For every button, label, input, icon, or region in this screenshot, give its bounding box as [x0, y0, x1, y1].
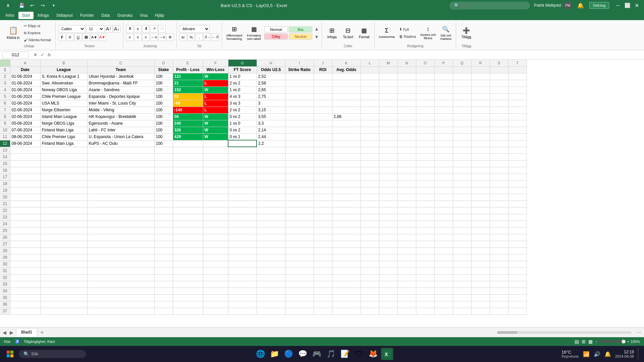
cell-a4[interactable]: 01-06-2024 — [10, 86, 40, 93]
taskbar-clock[interactable]: 12:19 2024-06-08 — [615, 350, 634, 358]
zoom-in-icon[interactable]: + — [627, 340, 629, 344]
menu-start[interactable]: Start — [18, 12, 34, 19]
taskbar-battery-icon[interactable]: 🔔 — [604, 351, 611, 357]
cell-d3[interactable]: 100 — [154, 80, 173, 86]
header-u[interactable] — [508, 66, 527, 73]
paste-button[interactable]: 📋 Klistra in — [5, 23, 21, 43]
zoom-out-icon[interactable]: − — [595, 340, 597, 344]
cell-a9[interactable]: 05-06-2024 — [10, 120, 40, 127]
minimize-button[interactable]: ─ — [613, 1, 623, 10]
row-num-1[interactable]: 1 — [0, 66, 10, 73]
col-header-D[interactable]: D — [154, 60, 173, 66]
col-header-J[interactable]: J — [314, 60, 332, 66]
grid-scroll-area[interactable]: A B C D E F G H I J K L M N O P Q — [0, 60, 644, 327]
cut-button[interactable]: ✂ Klipp ut — [22, 22, 53, 29]
cell-c4[interactable]: Asane - Sandnes — [87, 86, 154, 93]
align-bottom-button[interactable]: ⬇ — [142, 25, 150, 33]
taskbar-browser2-icon[interactable]: 🦊 — [367, 348, 379, 360]
cell-a6[interactable]: 02-06-2024 — [10, 100, 40, 107]
formula-input[interactable] — [55, 52, 642, 58]
menu-visa[interactable]: Visa — [137, 12, 151, 19]
cell-g5[interactable]: 4 vs 3 — [228, 93, 257, 100]
add-sheet-button[interactable]: + — [37, 328, 47, 337]
header-winloss[interactable]: Win-Loss — [203, 66, 228, 73]
header-p[interactable] — [416, 66, 434, 73]
cell-h3[interactable]: 2,58 — [257, 80, 285, 86]
cell-e4[interactable]: 152 — [173, 86, 203, 93]
number-format-select[interactable]: Allmänt — [179, 25, 210, 33]
cell-f12[interactable] — [203, 140, 228, 147]
cell-g4[interactable]: 1 vs 0 — [228, 86, 257, 93]
cell-f2[interactable]: W — [203, 73, 228, 80]
cell-f9[interactable]: W — [203, 120, 228, 127]
cell-c7[interactable]: Molde - Viking — [87, 107, 154, 113]
cell-n2[interactable] — [397, 73, 416, 80]
header-strike[interactable]: Strike Ratio — [285, 66, 314, 73]
cell-j2[interactable] — [314, 73, 332, 80]
undo-quick-btn[interactable]: ↩ — [28, 1, 37, 10]
row-num-8[interactable]: 8 — [0, 113, 10, 120]
restore-button[interactable]: ⬜ — [623, 1, 632, 10]
taskbar-edge-icon[interactable]: 🌐 — [254, 348, 266, 360]
header-date[interactable]: Date — [10, 66, 40, 73]
taskbar-teams-icon[interactable]: 💬 — [297, 348, 309, 360]
col-header-E[interactable]: E — [173, 60, 203, 66]
cell-d11[interactable]: 100 — [154, 133, 173, 140]
cell-d4[interactable]: 100 — [154, 86, 173, 93]
taskbar-files-icon[interactable]: 📁 — [268, 348, 280, 360]
cell-g6[interactable]: 3 vs 3 — [228, 100, 257, 107]
cell-c12[interactable]: KuPS - AC Oulu — [87, 140, 154, 147]
cell-h7[interactable]: 3,15 — [257, 107, 285, 113]
search-bar[interactable]: 🔍 — [449, 2, 530, 9]
cell-c2[interactable]: Ulsan Hyundai - Jeonbuk — [87, 73, 154, 80]
cell-j8[interactable] — [314, 113, 332, 120]
cell-a2[interactable]: 01-06-2024 — [10, 73, 40, 80]
formula-cancel-icon[interactable]: ✕ — [32, 52, 39, 58]
insert-cell-button[interactable]: ⊞ Infoga — [325, 23, 339, 43]
header-stake[interactable]: Stake — [154, 66, 173, 73]
search-input[interactable] — [462, 3, 522, 8]
header-q[interactable] — [434, 66, 453, 73]
cell-e11[interactable]: 429 — [173, 133, 203, 140]
cell-g7[interactable]: 2 vs 2 — [228, 107, 257, 113]
style-bra-button[interactable]: Bra — [289, 26, 312, 33]
cell-b9[interactable]: Norge OBOS Liga — [40, 120, 87, 127]
font-size-select[interactable]: 11 — [86, 25, 104, 33]
styles-scroll-arrow[interactable]: ▲ ▼ — [314, 26, 319, 40]
cell-a3[interactable]: 01-06-2024 — [10, 80, 40, 86]
cell-i3[interactable] — [285, 80, 314, 86]
menu-hjalp[interactable]: Hjälp — [152, 12, 167, 19]
cell-h2[interactable]: 2,52 — [257, 73, 285, 80]
font-color-button[interactable]: A▼ — [99, 34, 106, 41]
cell-g3[interactable]: 2 vs 2 — [228, 80, 257, 86]
underline-button[interactable]: U — [74, 34, 82, 41]
taskbar-excel-icon[interactable]: X — [381, 348, 393, 360]
show-desktop-button[interactable] — [638, 348, 640, 360]
cell-c9[interactable]: Egersunds - Asane — [87, 120, 154, 127]
cell-s2[interactable] — [490, 73, 508, 80]
notification-icon[interactable]: 🔔 — [576, 1, 585, 10]
col-header-K[interactable]: K — [332, 60, 361, 66]
col-header-S[interactable]: S — [490, 60, 508, 66]
fill-button[interactable]: ⬇ Fyll — [397, 26, 418, 33]
cell-g11[interactable]: 0 vs 1 — [228, 133, 257, 140]
cell-t2[interactable] — [508, 73, 527, 80]
menu-infoga[interactable]: Infoga — [34, 12, 52, 19]
cell-b8[interactable]: Island Main League — [40, 113, 87, 120]
cell-b6[interactable]: USA MLS — [40, 100, 87, 107]
col-header-T[interactable]: T — [508, 60, 527, 66]
cell-d5[interactable]: 100 — [154, 93, 173, 100]
header-profit[interactable]: Profit - Loss — [173, 66, 203, 73]
start-button[interactable] — [4, 348, 16, 360]
user-avatar[interactable]: PM — [564, 1, 572, 9]
close-button[interactable]: ✕ — [632, 1, 641, 10]
cell-p2[interactable] — [434, 73, 453, 80]
col-header-G[interactable]: G — [228, 60, 257, 66]
sheet-nav-prev[interactable]: ◀ — [1, 330, 8, 335]
decimal-increase-button[interactable]: .0→ — [204, 34, 211, 41]
cell-o2[interactable] — [416, 73, 434, 80]
col-header-C[interactable]: C — [87, 60, 154, 66]
row-num-9[interactable]: 9 — [0, 120, 10, 127]
cell-b7[interactable]: Norge Elitserien — [40, 107, 87, 113]
share-button[interactable]: Delning — [589, 2, 609, 9]
